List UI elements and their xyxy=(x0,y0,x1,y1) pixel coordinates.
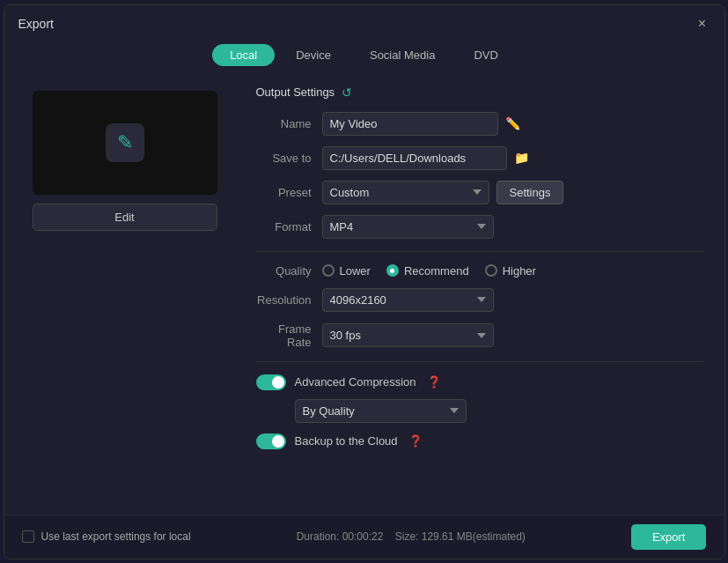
quality-radio-group: Lower Recommend Higher xyxy=(322,264,536,278)
settings-button[interactable]: Settings xyxy=(496,181,564,204)
backup-cloud-row: Backup to the Cloud ❓ xyxy=(256,433,703,449)
bottom-bar: Use last export settings for local Durat… xyxy=(4,515,724,559)
use-last-checkbox[interactable] xyxy=(22,530,34,543)
save-to-label: Save to xyxy=(256,152,322,165)
format-label: Format xyxy=(256,220,322,233)
resolution-label: Resolution xyxy=(256,293,322,307)
backup-cloud-help-icon[interactable]: ❓ xyxy=(408,434,423,448)
advanced-compression-row: Advanced Compression ❓ xyxy=(256,374,703,390)
dialog-title: Export xyxy=(18,17,54,31)
preview-box: ✎ xyxy=(33,91,217,195)
name-field-container: ✏️ xyxy=(322,112,703,136)
advanced-compression-label: Advanced Compression xyxy=(295,375,416,389)
quality-lower-label: Lower xyxy=(340,264,371,278)
tab-social-media[interactable]: Social Media xyxy=(352,44,452,66)
folder-icon[interactable]: 📁 xyxy=(514,151,529,165)
advanced-compression-toggle[interactable] xyxy=(256,374,286,390)
format-row: Format MP4 MOV xyxy=(256,215,703,239)
title-bar: Export × xyxy=(4,5,724,39)
use-last-label: Use last export settings for local xyxy=(41,530,191,543)
resolution-row: Resolution 4096x2160 1920x1080 xyxy=(256,288,703,312)
compression-mode-select[interactable]: By Quality By Bitrate xyxy=(295,399,467,423)
resolution-field-container: 4096x2160 1920x1080 xyxy=(322,288,703,312)
tab-device[interactable]: Device xyxy=(278,44,349,66)
edit-button[interactable]: Edit xyxy=(33,204,217,231)
advanced-compression-help-icon[interactable]: ❓ xyxy=(427,375,441,389)
toggle-thumb-compression xyxy=(272,376,284,389)
quality-label: Quality xyxy=(256,264,322,278)
format-select[interactable]: MP4 MOV xyxy=(322,215,494,239)
name-row: Name ✏️ xyxy=(256,112,703,136)
save-to-field-container: 📁 xyxy=(322,146,703,170)
frame-rate-row: Frame Rate 30 fps 60 fps xyxy=(256,322,703,349)
name-label: Name xyxy=(256,117,322,130)
divider-2 xyxy=(256,361,703,362)
quality-higher-label: Higher xyxy=(503,264,536,278)
resolution-select[interactable]: 4096x2160 1920x1080 xyxy=(322,288,494,312)
output-settings-title: Output Settings xyxy=(256,85,335,99)
main-content: ✎ Edit Output Settings ↺ Name ✏️ Save to xyxy=(4,77,724,515)
preset-field-container: Custom Settings xyxy=(322,181,703,204)
use-last-settings[interactable]: Use last export settings for local xyxy=(22,530,191,543)
quality-lower-radio[interactable] xyxy=(322,264,335,277)
quality-recommend-radio[interactable] xyxy=(386,264,399,277)
export-button[interactable]: Export xyxy=(631,524,707,550)
name-input[interactable] xyxy=(322,112,498,136)
compression-mode-row: By Quality By Bitrate xyxy=(295,399,703,423)
settings-panel: Output Settings ↺ Name ✏️ Save to 📁 xyxy=(242,77,724,515)
quality-recommend[interactable]: Recommend xyxy=(386,264,469,278)
preset-select[interactable]: Custom xyxy=(322,181,489,204)
backup-cloud-toggle[interactable] xyxy=(256,433,286,449)
duration-label: Duration: 00:00:22 xyxy=(297,530,384,543)
preview-thumbnail-icon: ✎ xyxy=(106,123,144,162)
frame-rate-label: Frame Rate xyxy=(256,322,322,349)
save-to-input[interactable] xyxy=(322,146,507,170)
tabs-container: Local Device Social Media DVD xyxy=(4,39,724,77)
preset-label: Preset xyxy=(256,186,322,199)
backup-cloud-label: Backup to the Cloud xyxy=(295,434,398,448)
tab-dvd[interactable]: DVD xyxy=(456,44,515,66)
file-info: Duration: 00:00:22 Size: 129.61 MB(estim… xyxy=(297,530,526,543)
quality-recommend-label: Recommend xyxy=(404,264,469,278)
tab-local[interactable]: Local xyxy=(212,44,275,66)
size-label: Size: 129.61 MB(estimated) xyxy=(395,530,526,543)
output-settings-header: Output Settings ↺ xyxy=(256,85,703,100)
refresh-icon[interactable]: ↺ xyxy=(342,85,352,100)
save-to-row: Save to 📁 xyxy=(256,146,703,170)
quality-higher[interactable]: Higher xyxy=(485,264,536,278)
quality-higher-radio[interactable] xyxy=(485,264,497,277)
toggle-thumb-cloud xyxy=(272,435,284,448)
export-dialog: Export × Local Device Social Media DVD ✎… xyxy=(4,4,725,559)
frame-rate-select[interactable]: 30 fps 60 fps xyxy=(322,323,494,347)
frame-rate-field-container: 30 fps 60 fps xyxy=(322,323,703,347)
preview-panel: ✎ Edit xyxy=(4,77,242,515)
format-field-container: MP4 MOV xyxy=(322,215,703,239)
ai-icon[interactable]: ✏️ xyxy=(505,116,520,130)
close-button[interactable]: × xyxy=(695,16,710,32)
preset-row: Preset Custom Settings xyxy=(256,181,703,204)
quality-lower[interactable]: Lower xyxy=(322,264,371,278)
quality-row: Quality Lower Recommend Higher xyxy=(256,264,703,278)
divider-1 xyxy=(256,251,703,252)
